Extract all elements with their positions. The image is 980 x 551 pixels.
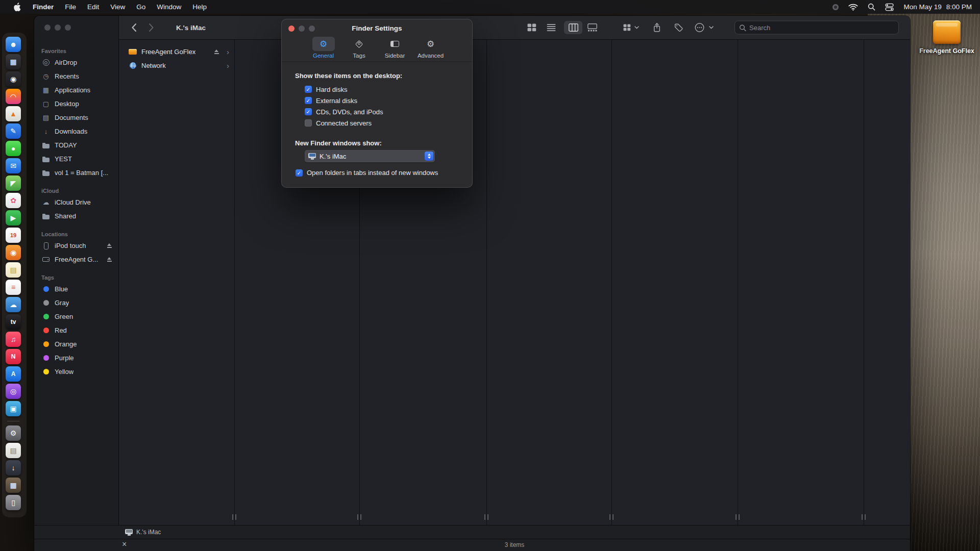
checkbox-external-disks[interactable]: ✓ <box>305 97 312 104</box>
dock-icon-image-file[interactable]: ▦ <box>6 478 21 493</box>
eject-icon[interactable] <box>107 257 112 262</box>
dock-icon-siri[interactable]: ◉ <box>6 245 21 260</box>
dock-icon-launchpad[interactable]: ▦ <box>6 54 21 69</box>
dock-icon-firefox[interactable]: ◠ <box>6 89 21 104</box>
dock-icon-apple-tv[interactable]: tv <box>6 314 21 330</box>
open-in-tabs-row[interactable]: ✓ Open folders in tabs instead of new wi… <box>296 169 438 177</box>
search-input[interactable] <box>749 24 894 32</box>
column-view-button[interactable] <box>564 21 582 34</box>
sidebar-item-yellow[interactable]: Yellow <box>34 365 118 379</box>
toolbar-search[interactable] <box>734 21 899 35</box>
list-view-button[interactable] <box>547 23 556 32</box>
checkbox-hard-disks[interactable]: ✓ <box>305 86 312 93</box>
sidebar-item-today[interactable]: TODAY <box>34 138 118 152</box>
dock-icon-textedit[interactable]: ▤ <box>6 443 21 458</box>
dock-icon-finder[interactable]: ☻ <box>6 37 21 52</box>
dock-icon-photo-booth[interactable]: ◉ <box>6 71 21 87</box>
tab-sidebar[interactable]: Sidebar <box>380 37 410 59</box>
dock-icon-news[interactable]: N <box>6 349 21 364</box>
dock-icon-messages[interactable]: ● <box>6 141 21 156</box>
tab-advanced[interactable]: ⚙Advanced <box>416 37 446 59</box>
checkbox-row-hard-disks[interactable]: ✓Hard disks <box>305 84 383 95</box>
dock-icon-reminders[interactable]: ≡ <box>6 280 21 295</box>
dock-icon-vlc[interactable]: ▲ <box>6 106 21 121</box>
new-windows-popup[interactable]: K.'s iMac <box>305 150 435 162</box>
forward-button[interactable] <box>149 23 154 32</box>
group-by-chevron-icon[interactable] <box>634 26 639 29</box>
more-options-button[interactable] <box>695 23 704 33</box>
back-button[interactable] <box>131 23 137 32</box>
column-resize-handle[interactable] <box>357 514 361 520</box>
wifi-icon[interactable] <box>848 4 858 11</box>
dock-icon-books[interactable]: ▣ <box>6 401 21 416</box>
sidebar-item-vol-1-batman[interactable]: vol 1 = Batman [... <box>34 166 118 180</box>
checkbox-row-cds-dvds-and-ipods[interactable]: ✓CDs, DVDs, and iPods <box>305 106 383 117</box>
gallery-view-button[interactable] <box>587 23 597 32</box>
share-button[interactable] <box>653 23 661 33</box>
sidebar-item-airdrop[interactable]: AirDrop <box>34 56 118 69</box>
sidebar-item-freeagent-g[interactable]: FreeAgent G... <box>34 253 118 266</box>
dock-icon-notes[interactable]: ▤ <box>6 262 21 278</box>
dock-icon-quicktime[interactable]: ▶ <box>6 210 21 226</box>
sidebar-item-documents[interactable]: ▤Documents <box>34 111 118 124</box>
sidebar-item-blue[interactable]: Blue <box>34 282 118 296</box>
column-item-freeagent-goflex[interactable]: FreeAgent GoFlex› <box>119 45 234 59</box>
checkbox-row-external-disks[interactable]: ✓External disks <box>305 95 383 106</box>
tab-general[interactable]: ⚙General <box>309 37 338 59</box>
dock-icon-music[interactable]: ♫ <box>6 332 21 347</box>
zoom-button[interactable] <box>65 24 71 31</box>
dock-icon-calendar[interactable]: 19 <box>6 228 21 243</box>
menu-edit[interactable]: Edit <box>82 3 105 11</box>
column-divider[interactable] <box>611 40 612 525</box>
sidebar-item-shared[interactable]: Shared <box>34 209 118 223</box>
sidebar-item-icloud-drive[interactable]: ☁iCloud Drive <box>34 195 118 209</box>
sidebar-item-downloads[interactable]: ↓Downloads <box>34 124 118 138</box>
spotlight-search-icon[interactable] <box>868 3 875 11</box>
sidebar-item-green[interactable]: Green <box>34 310 118 323</box>
close-button[interactable] <box>44 24 51 31</box>
sidebar-item-gray[interactable]: Gray <box>34 296 118 310</box>
tags-button[interactable] <box>674 23 683 32</box>
sidebar-item-recents[interactable]: ◷Recents <box>34 69 118 83</box>
dock-icon-edit-pencil[interactable]: ✎ <box>6 123 21 139</box>
menu-help[interactable]: Help <box>187 3 212 11</box>
column-divider[interactable] <box>738 40 738 525</box>
minimize-button[interactable] <box>55 24 61 31</box>
more-options-chevron-icon[interactable] <box>709 26 714 29</box>
dock-icon-mail[interactable]: ✉ <box>6 158 21 173</box>
group-by-button[interactable] <box>623 24 631 31</box>
column-resize-handle[interactable] <box>232 514 236 520</box>
column-resize-handle[interactable] <box>736 514 740 520</box>
sidebar-item-yest[interactable]: YEST <box>34 152 118 166</box>
column-divider[interactable] <box>486 40 487 525</box>
apple-logo-icon[interactable] <box>7 3 27 12</box>
dock-icon-weather[interactable]: ☁ <box>6 297 21 312</box>
menu-file[interactable]: File <box>59 3 82 11</box>
sidebar-item-red[interactable]: Red <box>34 323 118 337</box>
sidebar-item-purple[interactable]: Purple <box>34 351 118 365</box>
screen-record-icon[interactable] <box>832 4 839 10</box>
icon-view-button[interactable] <box>527 23 536 32</box>
control-center-icon[interactable] <box>885 3 894 11</box>
tab-tags[interactable]: Tags <box>345 37 374 59</box>
desktop-icon-freeagent-goflex[interactable]: FreeAgent GoFlex <box>916 20 977 55</box>
checkbox-connected-servers[interactable] <box>305 119 312 127</box>
dock-icon-downloads-folder[interactable]: ↓ <box>6 460 21 475</box>
menu-view[interactable]: View <box>105 3 131 11</box>
column-item-network[interactable]: Network› <box>119 59 234 72</box>
sidebar-item-orange[interactable]: Orange <box>34 337 118 351</box>
sidebar-item-desktop[interactable]: ▢Desktop <box>34 97 118 111</box>
dock-icon-photos[interactable]: ✿ <box>6 193 21 208</box>
menu-window[interactable]: Window <box>151 3 187 11</box>
column-resize-handle[interactable] <box>609 514 614 520</box>
checkbox-row-connected-servers[interactable]: Connected servers <box>305 117 383 129</box>
eject-icon[interactable] <box>107 243 112 248</box>
eject-icon[interactable] <box>214 49 219 55</box>
dock-icon-app-store[interactable]: A <box>6 366 21 382</box>
dock-icon-system-settings[interactable]: ⚙ <box>6 425 21 441</box>
checkbox-cds-dvds-and-ipods[interactable]: ✓ <box>305 108 312 115</box>
column-resize-handle[interactable] <box>862 514 866 520</box>
dock-icon-trash[interactable]: ▯ <box>6 495 21 510</box>
menu-bar-clock[interactable]: Mon May 19 8:00 PM <box>903 3 972 11</box>
column-divider[interactable] <box>234 40 235 525</box>
